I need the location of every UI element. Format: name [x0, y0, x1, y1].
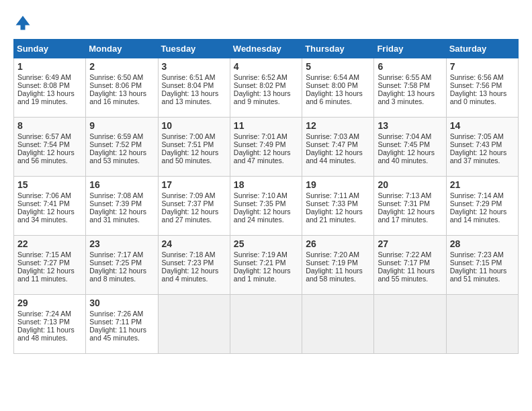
day-info-line: Sunset: 7:37 PM — [162, 199, 226, 208]
day-info-line: Sunset: 7:17 PM — [378, 259, 442, 267]
day-info-line: and 9 minutes. — [234, 97, 298, 105]
day-info-line: Sunrise: 7:20 AM — [306, 250, 370, 259]
day-info-line: and 27 minutes. — [162, 216, 226, 224]
day-number: 15 — [17, 179, 82, 190]
day-number: 4 — [234, 61, 298, 72]
col-header-monday: Monday — [86, 40, 158, 58]
calendar-cell: 14Sunrise: 7:05 AMSunset: 7:43 PMDayligh… — [446, 118, 518, 177]
day-info-line: Sunset: 7:13 PM — [17, 318, 82, 326]
day-info-line: Sunrise: 6:49 AM — [17, 73, 82, 81]
logo — [13, 13, 35, 32]
day-info-line: Sunset: 7:52 PM — [89, 140, 154, 148]
day-info-line: and 40 minutes. — [378, 156, 442, 165]
day-number: 28 — [450, 238, 515, 249]
calendar-cell — [158, 295, 230, 354]
col-header-saturday: Saturday — [446, 40, 518, 58]
day-info-line: and 53 minutes. — [89, 156, 154, 165]
day-info-line: Sunset: 8:00 PM — [306, 81, 370, 89]
day-info-line: and 0 minutes. — [450, 97, 515, 105]
svg-marker-0 — [16, 16, 30, 30]
col-header-sunday: Sunday — [14, 40, 86, 58]
calendar-cell: 4Sunrise: 6:52 AMSunset: 8:02 PMDaylight… — [230, 58, 302, 118]
day-info-line: Sunrise: 7:01 AM — [234, 132, 298, 140]
calendar-cell: 17Sunrise: 7:09 AMSunset: 7:37 PMDayligh… — [158, 177, 230, 236]
calendar-cell: 8Sunrise: 6:57 AMSunset: 7:54 PMDaylight… — [14, 118, 86, 177]
day-info-line: Sunrise: 7:17 AM — [89, 250, 154, 259]
day-info-line: and 31 minutes. — [89, 216, 154, 224]
calendar-cell: 16Sunrise: 7:08 AMSunset: 7:39 PMDayligh… — [86, 177, 158, 236]
day-info-line: and 14 minutes. — [450, 216, 515, 224]
day-info-line: Daylight: 13 hours — [378, 89, 442, 97]
calendar-cell: 7Sunrise: 6:56 AMSunset: 7:56 PMDaylight… — [446, 58, 518, 118]
calendar-cell: 29Sunrise: 7:24 AMSunset: 7:13 PMDayligh… — [14, 295, 86, 354]
calendar-week-row: 22Sunrise: 7:15 AMSunset: 7:27 PMDayligh… — [14, 236, 519, 295]
day-info-line: Sunset: 7:54 PM — [17, 140, 82, 148]
calendar-cell: 19Sunrise: 7:11 AMSunset: 7:33 PMDayligh… — [302, 177, 374, 236]
calendar-cell: 28Sunrise: 7:23 AMSunset: 7:15 PMDayligh… — [446, 236, 518, 295]
day-info-line: and 21 minutes. — [306, 216, 370, 224]
day-info-line: and 13 minutes. — [162, 97, 226, 105]
calendar-cell: 15Sunrise: 7:06 AMSunset: 7:41 PMDayligh… — [14, 177, 86, 236]
day-info-line: Daylight: 12 hours — [450, 148, 515, 156]
day-number: 2 — [89, 61, 154, 72]
day-number: 29 — [17, 298, 82, 308]
day-info-line: Daylight: 12 hours — [89, 148, 154, 156]
day-info-line: Daylight: 12 hours — [306, 148, 370, 156]
calendar-cell: 21Sunrise: 7:14 AMSunset: 7:29 PMDayligh… — [446, 177, 518, 236]
day-info-line: and 4 minutes. — [162, 275, 226, 283]
day-info-line: and 24 minutes. — [234, 216, 298, 224]
day-info-line: Daylight: 12 hours — [17, 148, 82, 156]
day-info-line: Sunrise: 7:09 AM — [162, 191, 226, 199]
calendar-cell: 11Sunrise: 7:01 AMSunset: 7:49 PMDayligh… — [230, 118, 302, 177]
day-info-line: Daylight: 12 hours — [234, 208, 298, 216]
day-info-line: Sunset: 8:06 PM — [89, 81, 154, 89]
day-number: 24 — [162, 238, 226, 249]
calendar-cell: 6Sunrise: 6:55 AMSunset: 7:58 PMDaylight… — [374, 58, 446, 118]
day-info-line: Sunrise: 7:14 AM — [450, 191, 515, 199]
day-number: 26 — [306, 238, 370, 249]
day-info-line: Daylight: 12 hours — [162, 148, 226, 156]
calendar-table: SundayMondayTuesdayWednesdayThursdayFrid… — [13, 39, 519, 354]
day-info-line: Sunrise: 7:24 AM — [17, 310, 82, 318]
day-info-line: and 8 minutes. — [89, 275, 154, 283]
day-info-line: Sunset: 7:45 PM — [378, 140, 442, 148]
calendar-cell: 2Sunrise: 6:50 AMSunset: 8:06 PMDaylight… — [86, 58, 158, 118]
day-info-line: Sunrise: 7:00 AM — [162, 132, 226, 140]
day-info-line: Daylight: 13 hours — [162, 89, 226, 97]
day-info-line: Sunrise: 7:10 AM — [234, 191, 298, 199]
day-number: 10 — [162, 120, 226, 131]
day-info-line: and 17 minutes. — [378, 216, 442, 224]
day-info-line: Sunset: 7:58 PM — [378, 81, 442, 89]
day-number: 23 — [89, 238, 154, 249]
day-info-line: Sunset: 7:41 PM — [17, 199, 82, 208]
day-info-line: Sunset: 7:29 PM — [450, 199, 515, 208]
day-number: 25 — [234, 238, 298, 249]
day-number: 9 — [89, 120, 154, 131]
day-info-line: Sunrise: 7:15 AM — [17, 250, 82, 259]
day-info-line: Daylight: 12 hours — [162, 208, 226, 216]
day-number: 13 — [378, 120, 442, 131]
day-info-line: Sunset: 7:21 PM — [234, 259, 298, 267]
day-info-line: and 58 minutes. — [306, 275, 370, 283]
calendar-cell: 10Sunrise: 7:00 AMSunset: 7:51 PMDayligh… — [158, 118, 230, 177]
day-info-line: and 44 minutes. — [306, 156, 370, 165]
day-number: 20 — [378, 179, 442, 190]
day-info-line: Daylight: 13 hours — [450, 89, 515, 97]
day-info-line: Daylight: 13 hours — [306, 89, 370, 97]
day-info-line: Sunrise: 7:19 AM — [234, 250, 298, 259]
day-number: 12 — [306, 120, 370, 131]
day-info-line: Sunrise: 7:13 AM — [378, 191, 442, 199]
calendar-cell: 20Sunrise: 7:13 AMSunset: 7:31 PMDayligh… — [374, 177, 446, 236]
day-number: 30 — [89, 298, 154, 308]
day-info-line: Daylight: 12 hours — [234, 148, 298, 156]
day-info-line: Daylight: 12 hours — [234, 267, 298, 275]
col-header-wednesday: Wednesday — [230, 40, 302, 58]
day-number: 22 — [17, 238, 82, 249]
day-info-line: Sunrise: 6:51 AM — [162, 73, 226, 81]
day-info-line: Daylight: 12 hours — [306, 208, 370, 216]
day-info-line: Daylight: 11 hours — [89, 326, 154, 334]
day-info-line: and 45 minutes. — [89, 334, 154, 342]
day-number: 3 — [162, 61, 226, 72]
day-info-line: Sunset: 7:49 PM — [234, 140, 298, 148]
day-info-line: Sunrise: 6:59 AM — [89, 132, 154, 140]
